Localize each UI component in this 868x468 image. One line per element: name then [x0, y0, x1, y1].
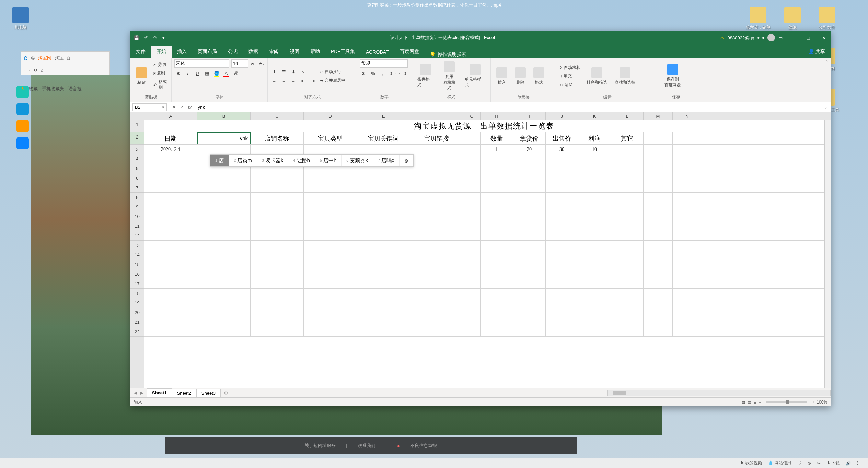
sheet-tab-3[interactable]: Sheet3	[196, 389, 221, 397]
copy-button[interactable]: ⎘复制	[152, 70, 169, 77]
empty-cell[interactable]	[513, 298, 546, 308]
align-bottom-icon[interactable]: ⬇	[290, 68, 297, 75]
number-format-select[interactable]	[360, 59, 408, 68]
column-header[interactable]: M	[644, 112, 673, 120]
confirm-formula-icon[interactable]: ✓	[180, 105, 184, 110]
empty-cell[interactable]	[144, 289, 197, 298]
empty-cell[interactable]	[546, 279, 578, 288]
empty-cell[interactable]	[144, 308, 197, 317]
empty-cell[interactable]	[357, 298, 410, 308]
empty-cell[interactable]	[578, 317, 611, 327]
table-format-button[interactable]: 套用 表格格式	[438, 59, 460, 93]
row-header[interactable]: 6	[130, 173, 144, 183]
empty-cell[interactable]	[481, 260, 513, 269]
empty-cell[interactable]	[251, 269, 304, 279]
empty-cell[interactable]	[481, 202, 513, 212]
empty-cell[interactable]	[546, 231, 578, 240]
empty-cell[interactable]	[197, 183, 251, 192]
empty-cell[interactable]	[673, 202, 702, 212]
empty-cell[interactable]	[513, 241, 546, 250]
cells-area[interactable]: 淘宝虚拟无货源 - 出单数据统计一览表 日期yhk店铺名称宝贝类型宝贝关键词宝贝…	[144, 120, 824, 388]
empty-cell[interactable]	[144, 327, 197, 336]
empty-cell[interactable]	[546, 193, 578, 202]
empty-cell[interactable]	[251, 250, 304, 260]
expand-icon[interactable]: ⛶	[857, 461, 861, 466]
empty-cell[interactable]	[410, 279, 463, 288]
empty-cell[interactable]	[513, 183, 546, 192]
empty-cell[interactable]	[197, 202, 251, 212]
column-header[interactable]: N	[673, 112, 702, 120]
row-header[interactable]: 20	[130, 308, 144, 317]
nav-refresh-icon[interactable]: ↻	[34, 68, 37, 73]
empty-cell[interactable]	[410, 193, 463, 202]
empty-cell[interactable]	[673, 183, 702, 192]
empty-cell[interactable]	[546, 317, 578, 327]
empty-cell[interactable]	[357, 279, 410, 288]
qat-customize-icon[interactable]: ▾	[162, 35, 165, 40]
empty-cell[interactable]	[410, 154, 463, 164]
empty-cell[interactable]	[546, 183, 578, 192]
tab-review[interactable]: 审阅	[264, 46, 284, 58]
select-all-button[interactable]	[130, 112, 144, 120]
empty-cell[interactable]	[578, 327, 611, 336]
bold-button[interactable]: B	[174, 70, 182, 77]
empty-cell[interactable]	[611, 327, 644, 336]
header-cell[interactable]: 数量	[481, 132, 513, 144]
cut-button[interactable]: ✂剪切	[152, 61, 169, 68]
empty-cell[interactable]	[644, 183, 673, 192]
browser-compass-icon[interactable]: ◎	[31, 55, 35, 60]
empty-cell[interactable]	[304, 212, 357, 221]
empty-cell[interactable]	[357, 183, 410, 192]
ime-candidate[interactable]: 5店中h	[315, 155, 342, 166]
empty-cell[interactable]	[578, 212, 611, 221]
tab-formulas[interactable]: 公式	[222, 46, 243, 58]
conditional-format-button[interactable]: 条件格式	[415, 59, 436, 93]
empty-cell[interactable]	[611, 250, 644, 260]
empty-cell[interactable]	[144, 298, 197, 308]
collapse-ribbon-icon[interactable]: ⌃	[823, 58, 831, 102]
nav-back-icon[interactable]: ‹	[24, 68, 25, 73]
empty-cell[interactable]	[673, 193, 702, 202]
empty-cell[interactable]	[644, 231, 673, 240]
empty-cell[interactable]	[197, 241, 251, 250]
empty-cell[interactable]	[611, 164, 644, 173]
scissors-icon[interactable]: ✂	[817, 461, 821, 466]
browser-tab-2[interactable]: 淘宝_百	[55, 55, 71, 61]
empty-cell[interactable]	[578, 250, 611, 260]
empty-cell[interactable]	[578, 231, 611, 240]
header-cell[interactable]	[644, 132, 673, 144]
empty-cell[interactable]	[197, 193, 251, 202]
horizontal-scrollbar[interactable]	[607, 390, 831, 396]
empty-cell[interactable]	[644, 308, 673, 317]
data-cell[interactable]: 2020.12.4	[144, 145, 197, 154]
empty-cell[interactable]	[546, 289, 578, 298]
empty-cell[interactable]	[644, 221, 673, 231]
empty-cell[interactable]	[144, 279, 197, 288]
empty-cell[interactable]	[578, 289, 611, 298]
empty-cell[interactable]	[357, 260, 410, 269]
row-header[interactable]: 15	[130, 260, 144, 269]
empty-cell[interactable]	[513, 279, 546, 288]
empty-cell[interactable]	[357, 202, 410, 212]
empty-cell[interactable]	[546, 164, 578, 173]
empty-cell[interactable]	[546, 308, 578, 317]
empty-cell[interactable]	[463, 317, 481, 327]
empty-cell[interactable]	[197, 212, 251, 221]
add-sheet-button[interactable]: ⊕	[221, 390, 231, 395]
tell-me-search[interactable]: 💡 操作说明搜索	[430, 51, 466, 58]
header-cell[interactable]	[463, 132, 481, 144]
empty-cell[interactable]	[578, 173, 611, 183]
empty-cell[interactable]	[546, 173, 578, 183]
empty-cell[interactable]	[673, 298, 702, 308]
maximize-button[interactable]: ◻	[805, 35, 812, 40]
empty-cell[interactable]	[611, 212, 644, 221]
tab-pdf[interactable]: PDF工具集	[325, 46, 360, 58]
empty-cell[interactable]	[357, 193, 410, 202]
row-header[interactable]: 14	[130, 250, 144, 260]
empty-cell[interactable]	[673, 164, 702, 173]
empty-cell[interactable]	[481, 317, 513, 327]
empty-cell[interactable]	[197, 308, 251, 317]
empty-cell[interactable]	[144, 154, 197, 164]
empty-cell[interactable]	[463, 298, 481, 308]
empty-cell[interactable]	[251, 308, 304, 317]
